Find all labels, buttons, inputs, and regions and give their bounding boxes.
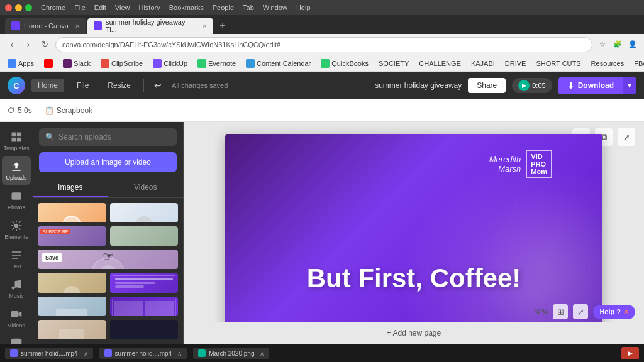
star-icon[interactable]: ☆ <box>596 38 609 51</box>
bottom-file-2[interactable]: summer holid....mp4 ∧ <box>99 348 187 359</box>
minimize-button[interactable] <box>15 4 22 11</box>
back-button[interactable]: ‹ <box>5 38 19 52</box>
bookmark-fbg[interactable]: FB/G Creator Stu... <box>631 58 644 69</box>
bookmark-drive[interactable]: DRIVE <box>502 58 529 69</box>
download-button[interactable]: ⬇ Download <box>558 77 623 94</box>
extension-icon[interactable]: 🧩 <box>611 38 624 51</box>
canvas-slide[interactable]: Meredith Marsh VID PRO Mom But First <box>225 134 602 332</box>
uploads-panel: 🔍 Upload an image or video Images Videos <box>33 122 184 344</box>
bottom-file-1[interactable]: summer holid....mp4 ∧ <box>5 348 93 359</box>
scrapbook-button[interactable]: 📋 Scrapbook <box>40 104 97 117</box>
play-button[interactable]: ▶ <box>518 80 530 91</box>
upload-thumb-3[interactable]: SUBSCRIBE <box>38 226 106 246</box>
sidebar-item-videos[interactable]: Videos <box>2 304 31 332</box>
sidebar-item-photos[interactable]: Photos <box>2 186 31 214</box>
upload-button[interactable]: Upload an image or video <box>39 152 177 172</box>
resize-nav-button[interactable]: Resize <box>101 79 137 92</box>
profile-icon[interactable]: 👤 <box>626 38 639 51</box>
upload-thumb-6[interactable] <box>38 273 106 292</box>
search-box[interactable]: 🔍 <box>39 128 177 146</box>
upload-thumb-7[interactable] <box>110 273 179 292</box>
menu-chrome[interactable]: Chrome <box>41 4 65 11</box>
tab-favicon-active <box>94 21 102 30</box>
menu-people[interactable]: People <box>213 4 234 11</box>
forward-button[interactable]: › <box>21 38 35 52</box>
menu-history[interactable]: History <box>138 4 160 11</box>
bookmark-clipscribe[interactable]: ClipScribe <box>98 58 145 69</box>
sidebar-item-elements[interactable]: Elements <box>2 216 31 244</box>
menu-window[interactable]: Window <box>263 4 287 11</box>
upload-thumb-11[interactable]: PIXELAB <box>110 320 179 339</box>
upload-thumb-5[interactable]: Save ☞ <box>38 250 178 269</box>
scrapbook-icon: 📋 <box>45 106 54 115</box>
bookmark-evernote[interactable]: Evernote <box>195 58 238 69</box>
canva-app: C Home File Resize ↩ All changes saved s… <box>0 72 644 362</box>
sidebar-item-uploads[interactable]: Uploads <box>2 156 31 185</box>
bookmark-kajabi[interactable]: KAJABI <box>469 58 497 69</box>
tab-giveaway[interactable]: summer holiday giveaway - Ti... ✕ <box>87 18 213 34</box>
upload-thumb-1[interactable] <box>38 203 106 222</box>
zoom-grid-button[interactable]: ⊞ <box>553 304 568 319</box>
zoom-expand-button[interactable]: ⤢ <box>573 304 588 319</box>
home-nav-button[interactable]: Home <box>31 79 64 92</box>
nav-buttons: ‹ › ↻ <box>5 38 52 52</box>
menu-bookmarks[interactable]: Bookmarks <box>169 4 204 11</box>
bookmark-shortcuts[interactable]: SHORT CUTS <box>533 58 583 69</box>
bookmark-society[interactable]: SOCIETY <box>376 58 411 69</box>
sidebar-item-background[interactable]: Bkground <box>2 334 31 344</box>
tab-home-canva[interactable]: Home - Canva ✕ <box>5 18 86 34</box>
share-button[interactable]: Share <box>468 78 506 93</box>
close-button[interactable] <box>5 4 12 11</box>
bookmark-challenge[interactable]: CHALLENGE <box>416 58 464 69</box>
search-area: 🔍 <box>33 122 183 152</box>
menu-view[interactable]: View <box>115 4 130 11</box>
sidebar-item-templates[interactable]: Templates <box>2 127 31 155</box>
file-close-3[interactable]: ∧ <box>260 350 264 357</box>
bookmark-apps[interactable]: Apps <box>5 58 36 69</box>
upload-thumb-8[interactable] <box>38 297 106 316</box>
sidebar-item-text[interactable]: Text <box>2 245 31 273</box>
bookmark-slack[interactable]: Slack <box>60 58 93 69</box>
bookmark-youtube[interactable] <box>42 58 55 69</box>
menu-file[interactable]: File <box>74 4 86 11</box>
maximize-button[interactable] <box>25 4 32 11</box>
upload-thumb-2[interactable] <box>110 203 179 222</box>
file-close-1[interactable]: ∧ <box>84 350 88 357</box>
file-close-2[interactable]: ∧ <box>177 350 182 357</box>
saved-status: All changes saved <box>172 82 228 89</box>
sidebar-item-music[interactable]: Music <box>2 275 31 303</box>
url-bar[interactable]: canva.com/design/DAEHt-EG3aw/cYSkUwICWfo… <box>55 37 592 52</box>
menu-help[interactable]: Help <box>296 4 311 11</box>
pro-text: PRO <box>531 160 546 168</box>
upload-thumb-4[interactable] <box>110 226 179 246</box>
add-page-label: + Add new page <box>387 329 441 337</box>
undo-button[interactable]: ↩ <box>150 78 165 93</box>
bookmark-clickup[interactable]: ClickUp <box>150 58 190 69</box>
tab-videos[interactable]: Videos <box>108 178 184 197</box>
tab-images[interactable]: Images <box>33 178 108 197</box>
fullscreen-tool-button[interactable]: ⤢ <box>618 128 635 146</box>
bookmark-quickbooks[interactable]: QuickBooks <box>318 58 371 69</box>
new-tab-button[interactable]: + <box>214 18 231 34</box>
youtube-icon[interactable]: ▶ <box>621 347 639 359</box>
file-name-3: March 2020.png <box>209 350 254 357</box>
upload-thumb-10[interactable] <box>38 320 106 339</box>
menu-edit[interactable]: Edit <box>94 4 106 11</box>
help-button[interactable]: Help ? ✕ <box>593 305 635 319</box>
bookmark-resources[interactable]: Resources <box>589 58 627 69</box>
svg-point-7 <box>12 287 15 290</box>
search-input[interactable] <box>58 133 170 141</box>
refresh-button[interactable]: ↻ <box>38 38 52 52</box>
download-caret-button[interactable]: ▾ <box>623 77 636 94</box>
svg-rect-1 <box>17 133 21 137</box>
tab-close-active-icon[interactable]: ✕ <box>202 23 207 30</box>
save-badge: Save <box>42 253 62 262</box>
add-page-button[interactable]: + Add new page <box>387 329 441 337</box>
bottom-file-3[interactable]: March 2020.png ∧ <box>193 348 269 359</box>
bookmark-content-calendar[interactable]: Content Calendar <box>243 58 313 69</box>
tab-close-icon[interactable]: ✕ <box>75 23 80 30</box>
sidebar-label-elements: Elements <box>4 234 28 240</box>
file-nav-button[interactable]: File <box>70 79 95 92</box>
upload-thumb-9[interactable] <box>110 297 179 316</box>
menu-tab[interactable]: Tab <box>243 4 254 11</box>
